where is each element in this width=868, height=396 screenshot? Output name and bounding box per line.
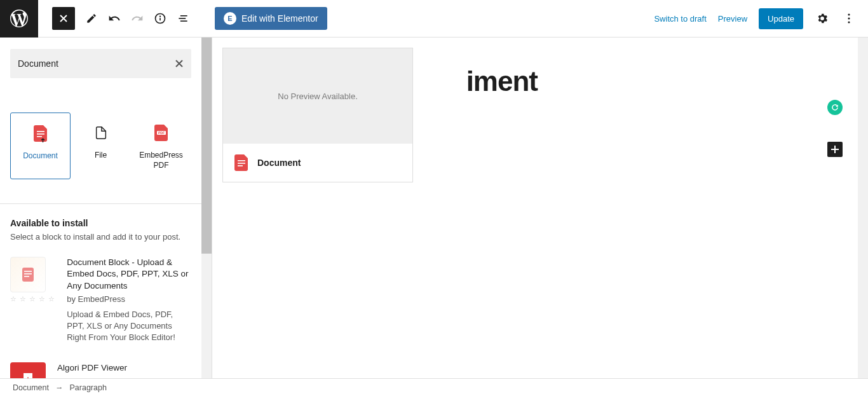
block-inserter-panel: Document File PDF EmbedPress PDF Availab… xyxy=(0,38,212,378)
available-to-install: Available to install Select a block to i… xyxy=(0,204,201,378)
svg-rect-20 xyxy=(238,165,243,167)
block-search xyxy=(10,49,191,78)
editor-canvas-wrap: iment No Preview Available. Document xyxy=(212,38,868,378)
tool-icons-group xyxy=(80,7,194,30)
rating-stars: ☆ ☆ ☆ ☆ ☆ xyxy=(10,295,55,303)
right-actions: Switch to draft Preview Update xyxy=(654,8,868,29)
update-button[interactable]: Update xyxy=(759,8,803,29)
install-item-algori[interactable]: Algori PDF Viewer by Kevin Bazira xyxy=(10,362,191,378)
pdf-block-icon: PDF xyxy=(154,124,168,142)
document-icon xyxy=(234,154,248,171)
block-preview-card[interactable]: No Preview Available. Document xyxy=(222,48,413,182)
elementor-icon: E xyxy=(224,12,236,25)
install-thumb-icon xyxy=(10,362,46,378)
install-author: by Kevin Bazira xyxy=(57,377,191,378)
svg-rect-14 xyxy=(22,268,34,282)
install-thumb-icon xyxy=(10,257,46,292)
svg-point-7 xyxy=(848,17,850,19)
panel-scrollbar[interactable] xyxy=(201,38,212,378)
breadcrumb-item[interactable]: Document xyxy=(13,383,49,392)
more-menu-icon[interactable] xyxy=(841,11,857,26)
settings-icon[interactable] xyxy=(815,11,830,26)
svg-rect-19 xyxy=(238,163,245,164)
install-heading: Available to install xyxy=(10,218,191,228)
canvas-scrollbar[interactable] xyxy=(858,38,868,378)
block-item-embedpress-pdf[interactable]: PDF EmbedPress PDF xyxy=(131,113,191,179)
editor-canvas[interactable]: iment No Preview Available. Document xyxy=(222,48,849,378)
svg-rect-15 xyxy=(24,271,32,272)
install-author: by EmbedPress xyxy=(67,294,191,304)
chevron-right-icon: → xyxy=(55,383,64,392)
install-desc: Upload & Embed Docs, PDF, PPT, XLS or An… xyxy=(67,309,191,344)
preview-block-label: Document xyxy=(257,158,301,168)
document-block-icon xyxy=(34,125,48,142)
install-subheading: Select a block to install and add it to … xyxy=(10,232,191,242)
blocks-grid: Document File PDF EmbedPress PDF xyxy=(10,113,191,179)
install-title: Algori PDF Viewer xyxy=(57,362,191,374)
switch-to-draft-link[interactable]: Switch to draft xyxy=(654,14,706,24)
file-block-icon xyxy=(94,124,108,142)
list-view-icon[interactable] xyxy=(172,7,194,30)
elementor-label: Edit with Elementor xyxy=(241,13,318,24)
svg-text:PDF: PDF xyxy=(158,131,165,135)
svg-point-2 xyxy=(160,16,161,17)
clear-search-icon[interactable] xyxy=(175,59,184,68)
wordpress-logo[interactable] xyxy=(0,0,38,38)
svg-point-8 xyxy=(848,21,850,23)
editor-toolbar: E Edit with Elementor Switch to draft Pr… xyxy=(0,0,868,38)
block-item-file[interactable]: File xyxy=(71,113,131,179)
post-title-fragment: iment xyxy=(466,65,538,97)
install-title: Document Block - Upload & Embed Docs, PD… xyxy=(67,257,191,292)
breadcrumb-item[interactable]: Paragraph xyxy=(69,383,106,392)
svg-rect-16 xyxy=(24,273,32,275)
undo-icon[interactable] xyxy=(103,7,126,30)
info-icon[interactable] xyxy=(149,7,172,30)
no-preview-message: No Preview Available. xyxy=(223,48,412,144)
block-search-input[interactable] xyxy=(18,58,175,69)
add-block-button[interactable] xyxy=(827,142,843,157)
preview-link[interactable]: Preview xyxy=(718,14,747,24)
elementor-button[interactable]: E Edit with Elementor xyxy=(215,7,327,30)
block-breadcrumb: Document → Paragraph xyxy=(0,378,868,396)
block-label: File xyxy=(95,151,107,161)
edit-icon[interactable] xyxy=(80,7,103,30)
svg-rect-9 xyxy=(37,131,44,132)
block-label: EmbedPress PDF xyxy=(131,151,191,170)
main-area: Document File PDF EmbedPress PDF Availab… xyxy=(0,38,868,378)
close-inserter-button[interactable] xyxy=(52,7,75,30)
block-label: Document xyxy=(23,151,58,161)
svg-rect-18 xyxy=(238,160,245,161)
install-item-document-block[interactable]: ☆ ☆ ☆ ☆ ☆ Document Block - Upload & Embe… xyxy=(10,257,191,343)
svg-rect-17 xyxy=(24,276,29,277)
redo-icon xyxy=(126,7,149,30)
svg-point-6 xyxy=(848,13,850,15)
block-item-document[interactable]: Document xyxy=(10,113,71,179)
grammarly-icon[interactable] xyxy=(827,100,843,115)
